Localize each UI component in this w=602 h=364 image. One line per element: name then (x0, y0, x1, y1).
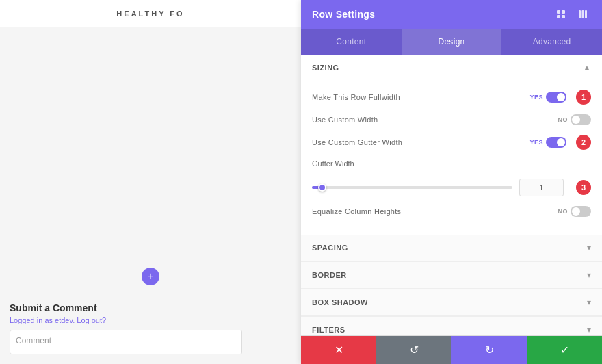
svg-rect-3 (562, 15, 565, 18)
equalize-heights-toggle-bg[interactable] (571, 206, 591, 217)
custom-width-label: Use Custom Width (312, 116, 378, 124)
fullwidth-row: Make This Row Fullwidth YES 1 (312, 90, 591, 105)
custom-width-row: Use Custom Width NO (312, 114, 591, 125)
redo-button[interactable]: ↻ (452, 336, 527, 364)
columns-icon (578, 10, 588, 19)
sizing-chevron: ▲ (583, 63, 591, 73)
fullwidth-yes-text: YES (529, 94, 543, 101)
site-logo: HEALTHY FO (116, 10, 184, 18)
spacing-title: Spacing (312, 244, 348, 252)
box-shadow-section-header[interactable]: Box Shadow ▾ (301, 289, 602, 316)
preview-area: HEALTHY FO + Submit a Comment Logged in … (0, 0, 301, 364)
tab-design[interactable]: Design (402, 29, 502, 55)
comment-title: Submit a Comment (10, 302, 291, 313)
resize-icon (556, 10, 566, 19)
equalize-heights-no-text: NO (558, 208, 568, 215)
custom-width-toggle-bg[interactable] (571, 114, 591, 125)
custom-gutter-toggle-bg[interactable] (546, 137, 566, 148)
panel-tabs: Content Design Advanced (301, 29, 602, 55)
svg-rect-6 (585, 10, 587, 18)
custom-width-knob (572, 116, 580, 124)
save-button[interactable]: ✓ (527, 336, 602, 364)
svg-rect-5 (582, 10, 584, 18)
step-badge-2: 2 (576, 135, 591, 150)
gutter-width-input[interactable] (519, 179, 564, 196)
panel-title: Row Settings (312, 9, 375, 20)
tab-advanced[interactable]: Advanced (501, 29, 602, 55)
custom-width-toggle[interactable]: NO (558, 114, 592, 125)
fullwidth-knob (557, 93, 565, 101)
filters-chevron: ▾ (587, 325, 591, 335)
step-badge-1: 1 (576, 90, 591, 105)
step-badge-3: 3 (576, 180, 591, 195)
custom-gutter-label: Use Custom Gutter Width (312, 138, 402, 146)
comment-box-placeholder: Comment (10, 330, 242, 354)
fullwidth-label: Make This Row Fullwidth (312, 93, 400, 101)
comment-section: Submit a Comment Logged in as etdev. Log… (0, 293, 301, 364)
add-row-button[interactable]: + (142, 268, 159, 285)
box-shadow-title: Box Shadow (312, 298, 368, 307)
box-shadow-chevron: ▾ (587, 298, 591, 307)
border-section-header[interactable]: Border ▾ (301, 262, 602, 289)
comment-logged-info: Logged in as etdev. Log out? (10, 316, 291, 324)
equalize-heights-toggle[interactable]: NO (558, 206, 592, 217)
svg-rect-2 (557, 15, 560, 18)
spacing-section: Spacing ▾ (301, 235, 602, 262)
equalize-heights-knob (572, 207, 580, 216)
fullwidth-toggle-bg[interactable] (546, 92, 566, 103)
svg-rect-4 (579, 10, 581, 18)
custom-gutter-toggle[interactable]: YES (529, 137, 566, 148)
spacing-section-header[interactable]: Spacing ▾ (301, 235, 602, 261)
fullwidth-toggle[interactable]: YES (529, 92, 566, 103)
tab-content[interactable]: Content (301, 29, 402, 55)
resize-icon-btn[interactable] (553, 6, 569, 23)
sizing-content: Make This Row Fullwidth YES 1 Use Custom… (301, 81, 602, 235)
custom-gutter-yes-text: YES (529, 139, 543, 146)
settings-panel: Row Settings Content (301, 0, 602, 364)
custom-width-no-text: NO (558, 116, 568, 123)
columns-icon-btn[interactable] (575, 6, 591, 23)
gutter-control: 3 (312, 179, 591, 196)
header-actions (553, 6, 591, 23)
panel-header: Row Settings (301, 0, 602, 29)
custom-gutter-row: Use Custom Gutter Width YES 2 (312, 135, 591, 150)
gutter-width-label: Gutter Width (312, 159, 354, 168)
border-section: Border ▾ (301, 262, 602, 289)
svg-rect-0 (557, 10, 560, 14)
gutter-slider-track[interactable] (312, 186, 512, 189)
sizing-title: Sizing (312, 64, 339, 72)
border-title: Border (312, 271, 347, 279)
equalize-heights-label: Equalize Column Heights (312, 207, 401, 216)
gutter-width-row: Gutter Width 3 (312, 159, 591, 196)
custom-gutter-knob (557, 138, 565, 146)
box-shadow-section: Box Shadow ▾ (301, 289, 602, 317)
equalize-heights-row: Equalize Column Heights NO (312, 206, 591, 217)
filters-title: Filters (312, 326, 345, 334)
spacing-chevron: ▾ (587, 243, 591, 252)
border-chevron: ▾ (587, 270, 591, 280)
gutter-slider-thumb[interactable] (318, 183, 326, 192)
svg-rect-1 (562, 10, 565, 14)
sizing-section-header[interactable]: Sizing ▲ (301, 55, 602, 81)
panel-body: Sizing ▲ Make This Row Fullwidth YES 1 (301, 55, 602, 335)
preview-header: HEALTHY FO (0, 0, 301, 27)
cancel-button[interactable]: ✕ (301, 336, 376, 364)
filters-section: Filters ▾ (301, 317, 602, 335)
reset-button[interactable]: ↺ (376, 336, 452, 364)
panel-footer: ✕ ↺ ↻ ✓ (301, 335, 602, 364)
filters-section-header[interactable]: Filters ▾ (301, 317, 602, 335)
preview-content: + Submit a Comment Logged in as etdev. L… (0, 27, 301, 364)
